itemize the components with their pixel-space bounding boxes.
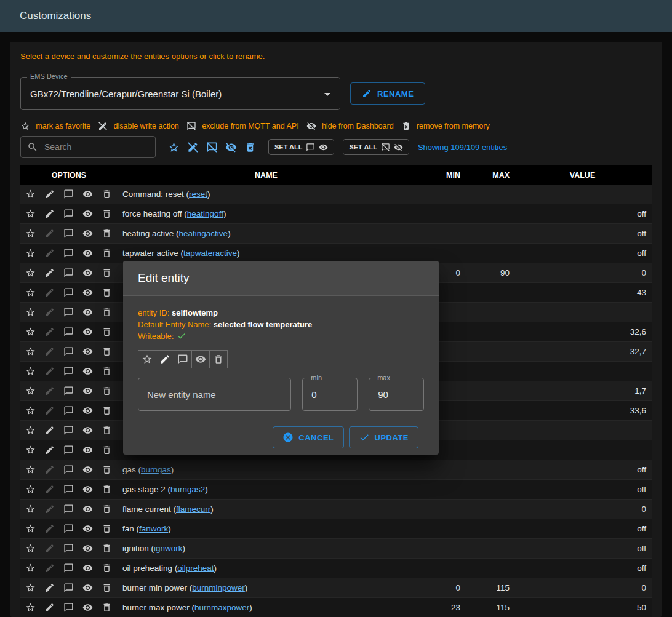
entity-shortname-link[interactable]: ignwork <box>154 544 183 553</box>
min-input[interactable] <box>310 389 350 400</box>
edit-toggle[interactable] <box>44 583 55 593</box>
delete-toggle[interactable] <box>102 209 112 219</box>
exclude-mqtt-toggle[interactable] <box>63 327 74 337</box>
edit-toggle[interactable] <box>44 543 55 554</box>
edit-toggle[interactable] <box>44 425 55 436</box>
favorite-toggle[interactable] <box>138 350 156 368</box>
entity-shortname-link[interactable]: tapwateractive <box>183 249 237 258</box>
edit-toggle[interactable] <box>44 602 55 613</box>
edit-toggle[interactable] <box>44 307 55 317</box>
visibility-toggle[interactable] <box>82 425 93 436</box>
rename-button[interactable]: RENAME <box>350 82 425 105</box>
visibility-toggle[interactable] <box>82 445 93 455</box>
visibility-toggle[interactable] <box>82 583 93 593</box>
delete-toggle[interactable] <box>102 583 112 593</box>
delete-toggle[interactable] <box>102 248 112 258</box>
delete-toggle[interactable] <box>102 445 112 455</box>
exclude-mqtt-toggle[interactable] <box>63 307 74 317</box>
set-all-show-button[interactable]: SET ALL <box>268 139 334 155</box>
exclude-mqtt-toggle[interactable] <box>174 350 192 368</box>
favorite-toggle[interactable] <box>25 209 36 219</box>
exclude-mqtt-toggle[interactable] <box>63 504 74 514</box>
exclude-mqtt-toggle[interactable] <box>63 563 74 573</box>
delete-toggle[interactable] <box>102 543 112 554</box>
edit-toggle[interactable] <box>44 327 55 337</box>
delete-toggle[interactable] <box>102 307 112 317</box>
delete-toggle[interactable] <box>102 386 112 396</box>
favorite-toggle[interactable] <box>25 484 36 495</box>
table-row[interactable]: ignition (ignwork) off <box>20 539 652 559</box>
edit-toggle[interactable] <box>44 268 55 278</box>
entity-shortname-link[interactable]: oilpreheat <box>177 563 214 573</box>
table-row[interactable]: fan (fanwork) off <box>20 519 652 539</box>
set-all-hide-button[interactable]: SET ALL <box>343 139 409 155</box>
delete-toggle[interactable] <box>102 327 112 337</box>
exclude-mqtt-toggle[interactable] <box>63 287 74 298</box>
hide-dashboard-toggle[interactable] <box>191 350 210 368</box>
exclude-mqtt-toggle[interactable] <box>63 464 74 475</box>
delete-toggle[interactable] <box>102 228 112 239</box>
table-row[interactable]: burner max power (burnmaxpower) 23 115 5… <box>20 598 652 617</box>
visibility-toggle[interactable] <box>82 346 93 357</box>
table-row[interactable]: gas (burngas) off <box>20 460 652 480</box>
delete-toggle[interactable] <box>102 268 112 278</box>
table-row[interactable]: burner min power (burnminpower) 0 115 0 <box>20 578 652 598</box>
filter-favorite-button[interactable] <box>168 141 180 153</box>
new-entity-name-input[interactable] <box>146 389 283 400</box>
visibility-toggle[interactable] <box>82 228 93 239</box>
entity-shortname-link[interactable]: reset <box>189 189 207 199</box>
visibility-toggle[interactable] <box>82 464 93 475</box>
delete-toggle[interactable] <box>102 464 112 475</box>
visibility-toggle[interactable] <box>82 327 93 337</box>
filter-hide-dashboard-button[interactable] <box>225 141 237 153</box>
entity-shortname-link[interactable]: burngas2 <box>170 485 205 494</box>
edit-toggle[interactable] <box>44 287 55 298</box>
table-row[interactable]: Command: reset (reset) <box>20 185 652 204</box>
delete-toggle[interactable] <box>102 523 112 534</box>
favorite-toggle[interactable] <box>25 445 36 455</box>
exclude-mqtt-toggle[interactable] <box>63 543 74 554</box>
edit-toggle[interactable] <box>44 445 55 455</box>
exclude-mqtt-toggle[interactable] <box>63 405 74 416</box>
exclude-mqtt-toggle[interactable] <box>63 583 74 593</box>
table-row[interactable]: oil preheating (oilpreheat) off <box>20 559 652 578</box>
visibility-toggle[interactable] <box>82 504 93 514</box>
exclude-mqtt-toggle[interactable] <box>63 425 74 436</box>
edit-toggle[interactable] <box>44 366 55 376</box>
exclude-mqtt-toggle[interactable] <box>63 209 74 219</box>
entity-shortname-link[interactable]: heatingoff <box>187 209 223 218</box>
exclude-mqtt-toggle[interactable] <box>63 268 74 278</box>
exclude-mqtt-toggle[interactable] <box>63 523 74 534</box>
delete-toggle[interactable] <box>102 563 112 573</box>
edit-toggle[interactable] <box>44 405 55 416</box>
favorite-toggle[interactable] <box>25 543 36 554</box>
exclude-mqtt-toggle[interactable] <box>63 189 74 199</box>
favorite-toggle[interactable] <box>25 386 36 396</box>
visibility-toggle[interactable] <box>82 543 93 554</box>
favorite-toggle[interactable] <box>25 602 36 613</box>
favorite-toggle[interactable] <box>25 583 36 593</box>
delete-toggle[interactable] <box>102 366 112 376</box>
delete-toggle[interactable] <box>209 350 228 368</box>
delete-toggle[interactable] <box>102 287 112 298</box>
edit-toggle[interactable] <box>44 189 55 199</box>
favorite-toggle[interactable] <box>25 523 36 534</box>
entity-shortname-link[interactable]: fanwork <box>139 524 168 533</box>
filter-disable-write-button[interactable] <box>187 141 199 153</box>
visibility-toggle[interactable] <box>82 189 93 199</box>
visibility-toggle[interactable] <box>82 523 93 534</box>
entity-shortname-link[interactable]: flamecurr <box>176 504 210 514</box>
entity-shortname-link[interactable]: burnminpower <box>192 583 245 592</box>
favorite-toggle[interactable] <box>25 268 36 278</box>
entity-shortname-link[interactable]: heatingactive <box>179 229 228 238</box>
entity-shortname-link[interactable]: burngas <box>141 465 171 474</box>
delete-toggle[interactable] <box>102 484 112 495</box>
edit-toggle[interactable] <box>44 484 55 495</box>
favorite-toggle[interactable] <box>25 189 36 199</box>
visibility-toggle[interactable] <box>82 563 93 573</box>
table-row[interactable]: flame current (flamecurr) 0 <box>20 500 652 519</box>
search-input[interactable] <box>43 141 149 153</box>
visibility-toggle[interactable] <box>82 287 93 298</box>
search-box[interactable] <box>20 136 156 158</box>
favorite-toggle[interactable] <box>25 405 36 416</box>
